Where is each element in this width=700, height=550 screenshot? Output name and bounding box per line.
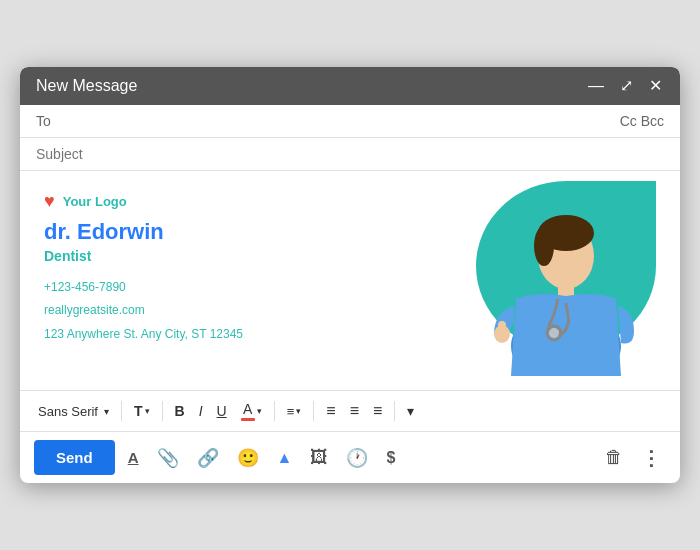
more-format-button[interactable]: ▾ xyxy=(401,399,420,423)
align-chevron: ▾ xyxy=(296,406,301,416)
bold-button[interactable]: B xyxy=(169,399,191,423)
italic-button[interactable]: I xyxy=(193,399,209,423)
divider-3 xyxy=(274,401,275,421)
dollar-button[interactable]: $ xyxy=(381,444,400,472)
attachment-icon: 📎 xyxy=(157,447,179,469)
svg-point-8 xyxy=(549,328,559,338)
bullet-list-button[interactable]: ≡ xyxy=(344,398,365,424)
font-family-chevron: ▾ xyxy=(104,406,109,417)
numbered-list-button[interactable]: ≡ xyxy=(320,398,341,424)
divider-1 xyxy=(121,401,122,421)
doctor-illustration xyxy=(486,191,646,376)
photo-icon: 🖼 xyxy=(310,447,328,468)
minimize-button[interactable]: — xyxy=(586,78,606,94)
font-size-icon: T xyxy=(134,403,143,419)
close-button[interactable]: ✕ xyxy=(647,78,664,94)
photo-button[interactable]: 🖼 xyxy=(305,442,333,473)
color-underline-bar xyxy=(241,418,255,421)
font-color-button[interactable]: A ▾ xyxy=(235,397,268,425)
emoji-button[interactable]: 🙂 xyxy=(232,442,264,474)
subject-field-row xyxy=(20,138,680,171)
bottom-action-bar: Send A 📎 🔗 🙂 ▲ 🖼 🕐 $ 🗑 ⋮ xyxy=(20,432,680,483)
text-formatting-icon[interactable]: A xyxy=(123,444,144,471)
font-color-icon: A xyxy=(241,401,255,421)
doctor-image-area xyxy=(456,181,656,376)
send-button[interactable]: Send xyxy=(34,440,115,475)
font-size-chevron: ▾ xyxy=(145,406,150,416)
underline-button[interactable]: U xyxy=(211,399,233,423)
link-button[interactable]: 🔗 xyxy=(192,442,224,474)
svg-point-3 xyxy=(534,226,554,266)
divider-2 xyxy=(162,401,163,421)
to-label: To xyxy=(36,113,72,129)
more-options-icon: ⋮ xyxy=(641,446,661,470)
title-bar-controls: — ⤢ ✕ xyxy=(586,78,664,94)
align-button[interactable]: ≡ ▾ xyxy=(281,400,308,423)
underline-icon: U xyxy=(217,403,227,419)
more-time-icon: 🕐 xyxy=(346,447,368,469)
svg-rect-6 xyxy=(498,321,506,337)
bullet-list-icon: ≡ xyxy=(350,402,359,420)
font-color-chevron: ▾ xyxy=(257,406,262,416)
drive-icon: ▲ xyxy=(277,449,293,467)
doctor-website: reallygreatsite.com xyxy=(44,301,243,320)
doctor-title: Dentist xyxy=(44,248,243,264)
numbered-list-icon: ≡ xyxy=(326,402,335,420)
font-family-selector[interactable]: Sans Serif ▾ xyxy=(32,400,115,423)
more-time-button[interactable]: 🕐 xyxy=(341,442,373,474)
signature-content: ♥ Your Logo dr. Edorwin Dentist +123-456… xyxy=(44,191,243,344)
emoji-icon: 🙂 xyxy=(237,447,259,469)
divider-5 xyxy=(394,401,395,421)
to-input[interactable] xyxy=(72,113,612,129)
expand-button[interactable]: ⤢ xyxy=(618,78,635,94)
doctor-name: dr. Edorwin xyxy=(44,220,243,244)
heart-icon: ♥ xyxy=(44,191,55,212)
more-format-icon: ▾ xyxy=(407,403,414,419)
cc-bcc-toggle[interactable]: Cc Bcc xyxy=(620,113,664,129)
drive-button[interactable]: ▲ xyxy=(272,444,298,472)
indent-button[interactable]: ≡ xyxy=(367,398,388,424)
delete-icon: 🗑 xyxy=(605,447,623,468)
indent-icon: ≡ xyxy=(373,402,382,420)
doctor-address: 123 Anywhere St. Any City, ST 12345 xyxy=(44,325,243,344)
font-family-label: Sans Serif xyxy=(38,404,98,419)
delete-button[interactable]: 🗑 xyxy=(600,442,628,473)
email-body-area[interactable]: ♥ Your Logo dr. Edorwin Dentist +123-456… xyxy=(20,171,680,391)
bold-icon: B xyxy=(175,403,185,419)
more-options-button[interactable]: ⋮ xyxy=(636,441,666,475)
title-bar: New Message — ⤢ ✕ xyxy=(20,67,680,105)
logo-row: ♥ Your Logo xyxy=(44,191,243,212)
doctor-phone: +123-456-7890 xyxy=(44,278,243,297)
attachment-button[interactable]: 📎 xyxy=(152,442,184,474)
modal-title: New Message xyxy=(36,77,137,95)
align-icon: ≡ xyxy=(287,404,295,419)
font-size-button[interactable]: T ▾ xyxy=(128,399,156,423)
logo-text: Your Logo xyxy=(63,194,127,209)
link-icon: 🔗 xyxy=(197,447,219,469)
subject-input[interactable] xyxy=(36,146,664,162)
compose-modal: New Message — ⤢ ✕ To Cc Bcc ♥ Your Logo … xyxy=(20,67,680,483)
dollar-icon: $ xyxy=(386,449,395,467)
italic-icon: I xyxy=(199,403,203,419)
to-field-row: To Cc Bcc xyxy=(20,105,680,138)
format-toolbar: Sans Serif ▾ T ▾ B I U A ▾ xyxy=(20,391,680,432)
divider-4 xyxy=(313,401,314,421)
